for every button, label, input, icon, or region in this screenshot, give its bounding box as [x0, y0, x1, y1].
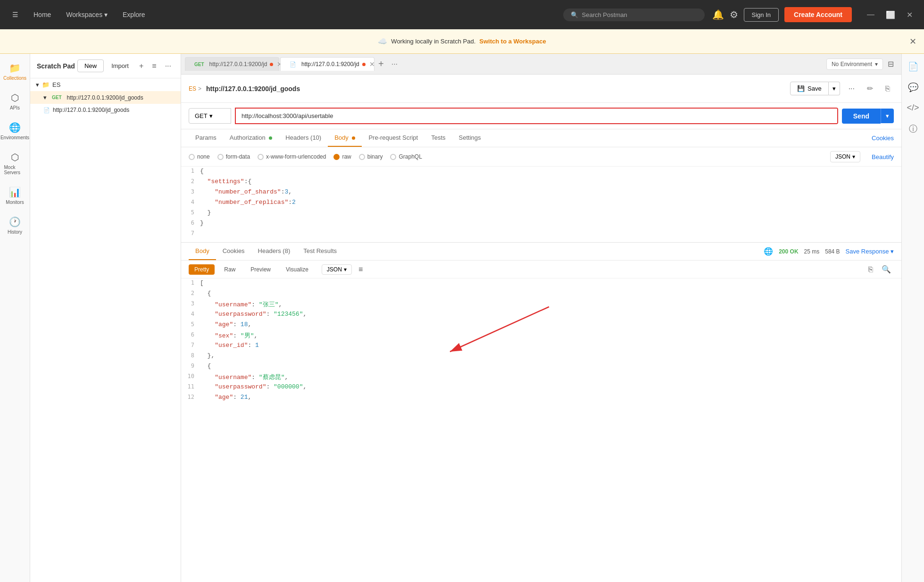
beautify-button[interactable]: Beautify: [872, 153, 894, 160]
tree-folder-es[interactable]: ▾ 📁 ES: [30, 78, 181, 91]
right-sidebar-comments[interactable]: 💬: [904, 78, 922, 96]
search-bar[interactable]: 🔍 Search Postman: [563, 8, 705, 21]
filter-icon-button[interactable]: ≡: [149, 59, 159, 72]
tab-body[interactable]: Body: [328, 129, 362, 147]
resp-tab-headers[interactable]: Headers (8): [251, 243, 297, 260]
new-button[interactable]: New: [77, 59, 104, 72]
right-sidebar-docs[interactable]: 📄: [904, 58, 922, 76]
tree-request-doc-jd-goods[interactable]: 📄 http://127.0.0.1:9200/jd_goods: [30, 104, 181, 116]
cookies-link[interactable]: Cookies: [865, 130, 894, 146]
resp-filter-button[interactable]: ≡: [358, 265, 363, 274]
tab-params-label: Params: [195, 134, 216, 141]
sidebar-item-mock-servers[interactable]: ⬡ Mock Servers: [1, 147, 29, 180]
resp-opt-preview[interactable]: Preview: [245, 264, 276, 275]
maximize-button[interactable]: ⬜: [882, 8, 899, 21]
opt-raw[interactable]: raw: [333, 153, 351, 160]
hamburger-menu-button[interactable]: ☰: [8, 8, 23, 21]
explore-button[interactable]: Explore: [118, 8, 150, 21]
right-sidebar-info[interactable]: ⓘ: [905, 119, 921, 138]
doc-icon: 📄: [43, 107, 50, 113]
response-code-container: 1 [ 2 { 3 "username": "张三", 4 "userpassw: [181, 278, 901, 415]
home-button[interactable]: Home: [29, 8, 56, 21]
sidebar-item-history[interactable]: 🕐 History: [1, 211, 29, 239]
sidebar-item-collections[interactable]: 📁 Collections: [1, 58, 29, 85]
environment-selector[interactable]: No Environment ▾: [826, 59, 883, 70]
history-label: History: [8, 229, 22, 235]
opt-form-data[interactable]: form-data: [217, 153, 250, 160]
radio-urlencoded: [258, 154, 264, 160]
opt-binary[interactable]: binary: [359, 153, 383, 160]
right-panel-2[interactable]: ⎘: [882, 81, 894, 97]
resp-opt-visualize[interactable]: Visualize: [280, 264, 314, 275]
resp-copy-button[interactable]: ⎘: [866, 263, 876, 275]
opt-form-data-label: form-data: [226, 153, 250, 160]
resp-line-4: 4 "userpassword": "123456",: [181, 310, 901, 320]
resp-line-5: 5 "age": 18,: [181, 320, 901, 330]
opt-binary-label: binary: [367, 153, 383, 160]
tab-pre-request[interactable]: Pre-request Script: [362, 129, 425, 147]
response-status: 🌐 200 OK 25 ms 584 B Save Response ▾: [764, 247, 894, 256]
right-sidebar-code[interactable]: </>: [903, 99, 923, 117]
tree-request-get-jd-goods[interactable]: ▾ GET http://127.0.0.1:9200/jd_goods: [30, 91, 181, 104]
resp-search-button[interactable]: 🔍: [879, 263, 894, 275]
switch-workspace-link[interactable]: Switch to a Workspace: [479, 38, 546, 45]
workspaces-button[interactable]: Workspaces ▾: [61, 8, 112, 21]
tab-tests[interactable]: Tests: [425, 129, 452, 147]
tab-settings[interactable]: Settings: [452, 129, 488, 147]
method-badge-get: GET: [50, 94, 64, 101]
new-tab-button[interactable]: +: [375, 59, 387, 69]
resp-opt-pretty[interactable]: Pretty: [189, 264, 215, 275]
bell-icon[interactable]: 🔔: [712, 9, 724, 20]
right-panel-1[interactable]: ✏: [863, 80, 877, 97]
breadcrumb-es[interactable]: ES: [189, 85, 196, 92]
status-badge: 200 OK: [779, 248, 798, 255]
minimize-button[interactable]: —: [863, 8, 878, 21]
resp-json-selector[interactable]: JSON ▾: [322, 264, 352, 275]
save-button[interactable]: 💾 Save: [790, 82, 829, 95]
banner-close-button[interactable]: ✕: [909, 36, 916, 47]
sidebar-item-environments[interactable]: 🌐 Environments: [1, 117, 29, 145]
url-title: http://127.0.0.1:9200/jd_goods: [206, 85, 785, 93]
sidebar-item-apis[interactable]: ⬡ APIs: [1, 87, 29, 115]
response-code-editor[interactable]: 1 [ 2 { 3 "username": "张三", 4 "userpassw: [181, 278, 901, 401]
opt-urlencoded[interactable]: x-www-form-urlencoded: [258, 153, 326, 160]
import-button[interactable]: Import: [107, 59, 133, 72]
resp-tab-test-results[interactable]: Test Results: [297, 243, 343, 260]
settings-icon[interactable]: ⚙: [730, 9, 738, 20]
body-editor-content[interactable]: 1 { 2 "settings":{ 3 "number_of_shards":…: [181, 167, 901, 239]
apis-icon: ⬡: [11, 92, 19, 103]
resp-tab-body[interactable]: Body: [189, 243, 216, 260]
save-response-button[interactable]: Save Response ▾: [846, 248, 894, 255]
save-dropdown-button[interactable]: ▾: [829, 82, 840, 95]
opt-none[interactable]: none: [189, 153, 210, 160]
tab-get-jd-0[interactable]: GET http://127.0.0.1:9200/jd ✕: [185, 57, 279, 71]
tab-close-1[interactable]: ✕: [369, 60, 375, 68]
radio-none: [189, 154, 195, 160]
sidebar-item-monitors[interactable]: 📊 Monitors: [1, 182, 29, 210]
send-button[interactable]: Send: [842, 109, 881, 124]
resp-line-10: 10 "username": "蔡虑昆",: [181, 372, 901, 382]
send-dropdown-button[interactable]: ▾: [881, 109, 894, 123]
add-icon-button[interactable]: +: [136, 59, 146, 72]
resp-opt-raw[interactable]: Raw: [218, 264, 241, 275]
mock-servers-label: Mock Servers: [4, 165, 26, 175]
tab-params[interactable]: Params: [189, 129, 223, 147]
close-button[interactable]: ✕: [903, 8, 916, 21]
tab-get-jd-1[interactable]: 📄 http://127.0.0.1:9200/jd ✕: [280, 57, 375, 71]
tab-more-button[interactable]: ···: [388, 60, 401, 68]
body-line-3: 3 "number_of_shards":3,: [181, 187, 901, 198]
request-more-button[interactable]: ···: [845, 83, 858, 95]
tab-headers[interactable]: Headers (10): [279, 129, 328, 147]
json-format-selector[interactable]: JSON ▾: [830, 151, 860, 162]
signin-button[interactable]: Sign In: [744, 8, 779, 22]
tab-authorization[interactable]: Authorization: [223, 129, 279, 147]
environment-panel-toggle[interactable]: ⊟: [884, 56, 898, 72]
more-options-panel-button[interactable]: ···: [162, 59, 174, 72]
opt-graphql[interactable]: GraphQL: [390, 153, 422, 160]
create-account-button[interactable]: Create Account: [784, 7, 852, 22]
resp-tab-cookies[interactable]: Cookies: [216, 243, 251, 260]
panel-header: Scratch Pad New Import + ≡ ···: [30, 54, 181, 78]
tab-label-0: http://127.0.0.1:9200/jd: [209, 61, 267, 67]
url-input[interactable]: [236, 109, 837, 123]
method-select[interactable]: GET ▾: [189, 108, 231, 124]
